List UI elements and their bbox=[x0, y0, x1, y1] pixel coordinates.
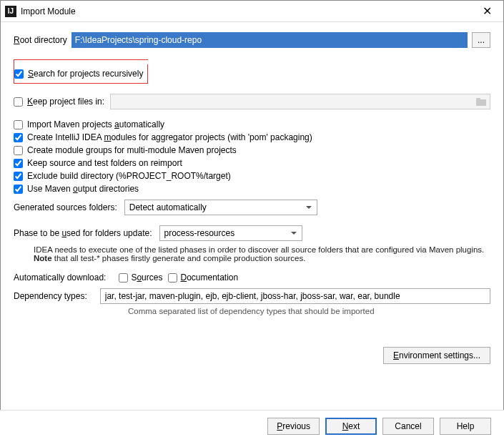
browse-button[interactable]: ... bbox=[472, 32, 490, 48]
create-modules-checkbox[interactable] bbox=[14, 133, 23, 142]
import-auto-checkbox[interactable] bbox=[14, 120, 23, 129]
import-auto-label[interactable]: Import Maven projects automatically bbox=[27, 119, 164, 129]
highlight-annotation: Search for projects recursively bbox=[14, 59, 148, 84]
keep-source-checkbox[interactable] bbox=[14, 159, 23, 168]
phase-label: Phase to be used for folders update: bbox=[14, 228, 152, 238]
use-output-label[interactable]: Use Maven output directories bbox=[27, 184, 139, 194]
previous-button[interactable]: Previous bbox=[267, 418, 320, 435]
documentation-checkbox[interactable] bbox=[168, 273, 177, 283]
search-recursive-checkbox[interactable] bbox=[14, 69, 24, 79]
dependency-types-label: Dependency types: bbox=[14, 291, 87, 301]
exclude-build-checkbox[interactable] bbox=[14, 172, 23, 181]
keep-files-label[interactable]: Keep project files in: bbox=[27, 97, 104, 107]
close-icon[interactable]: ✕ bbox=[471, 1, 503, 22]
exclude-build-row: Exclude build directory (%PROJECT_ROOT%/… bbox=[14, 171, 490, 181]
root-directory-row: Root directory ... bbox=[14, 32, 490, 48]
sources-label[interactable]: Sources bbox=[131, 272, 162, 283]
phase-combo[interactable]: process-resources bbox=[159, 225, 302, 241]
generated-sources-label: Generated sources folders: bbox=[14, 202, 117, 212]
create-modules-label[interactable]: Create IntelliJ IDEA modules for aggrega… bbox=[27, 132, 312, 142]
auto-download-row: Automatically download: Sources Document… bbox=[14, 272, 490, 283]
keep-source-label[interactable]: Keep source and test folders on reimport bbox=[27, 158, 182, 168]
dependency-types-help: Comma separated list of dependency types… bbox=[128, 307, 490, 315]
app-icon: IJ bbox=[5, 6, 16, 17]
auto-download-label: Automatically download: bbox=[14, 272, 106, 283]
window-title: Import Module bbox=[21, 6, 471, 16]
sources-checkbox[interactable] bbox=[119, 273, 128, 283]
generated-sources-combo[interactable]: Detect automatically bbox=[124, 200, 317, 215]
folder-icon[interactable] bbox=[475, 97, 487, 106]
use-output-checkbox[interactable] bbox=[14, 185, 23, 194]
phase-help: IDEA needs to execute one of the listed … bbox=[34, 245, 490, 262]
next-button[interactable]: Next bbox=[325, 418, 377, 435]
cancel-button[interactable]: Cancel bbox=[382, 418, 434, 435]
search-recursive-label[interactable]: Search for projects recursively bbox=[28, 69, 143, 79]
module-groups-row: Create module groups for multi-module Ma… bbox=[14, 145, 490, 155]
dependency-types-input[interactable] bbox=[100, 288, 490, 304]
root-directory-label: Root directory bbox=[14, 35, 67, 45]
documentation-label[interactable]: Documentation bbox=[180, 272, 238, 283]
footer: Previous Next Cancel Help bbox=[0, 410, 504, 442]
exclude-build-label[interactable]: Exclude build directory (%PROJECT_ROOT%/… bbox=[27, 171, 231, 181]
keep-files-field bbox=[110, 94, 490, 109]
import-auto-row: Import Maven projects automatically bbox=[14, 119, 490, 129]
phase-row: Phase to be used for folders update: pro… bbox=[14, 225, 490, 241]
keep-source-row: Keep source and test folders on reimport bbox=[14, 158, 490, 168]
help-button[interactable]: Help bbox=[440, 418, 491, 435]
keep-files-row: Keep project files in: bbox=[14, 94, 490, 109]
module-groups-checkbox[interactable] bbox=[14, 146, 23, 155]
titlebar: IJ Import Module ✕ bbox=[1, 1, 503, 22]
use-output-row: Use Maven output directories bbox=[14, 184, 490, 194]
root-directory-input[interactable] bbox=[71, 32, 468, 48]
create-modules-row: Create IntelliJ IDEA modules for aggrega… bbox=[14, 132, 490, 142]
keep-files-checkbox[interactable] bbox=[14, 97, 23, 107]
dependency-types-row: Dependency types: bbox=[14, 288, 490, 304]
module-groups-label[interactable]: Create module groups for multi-module Ma… bbox=[27, 145, 237, 155]
environment-settings-button[interactable]: Environment settings... bbox=[383, 347, 490, 364]
search-recursive-checkbox-row: Search for projects recursively bbox=[14, 69, 143, 79]
generated-sources-row: Generated sources folders: Detect automa… bbox=[14, 200, 490, 215]
